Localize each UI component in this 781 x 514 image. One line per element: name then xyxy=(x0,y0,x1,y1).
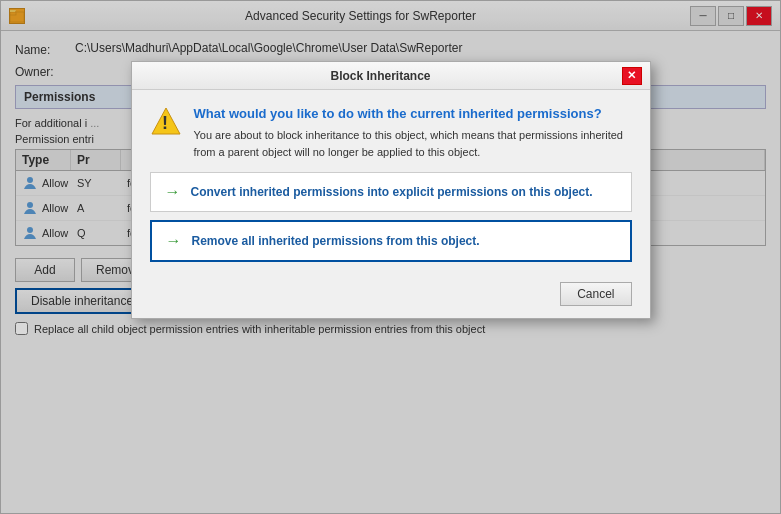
remove-option-text: Remove all inherited permissions from th… xyxy=(192,234,480,248)
remove-arrow-icon: → xyxy=(166,232,182,250)
warning-icon: ! xyxy=(150,106,182,141)
main-window: Advanced Security Settings for SwReporte… xyxy=(0,0,781,514)
modal-overlay: Block Inheritance ✕ ! What would you lik… xyxy=(1,1,780,513)
modal-title: Block Inheritance xyxy=(140,69,622,83)
modal-question-content: What would you like to do with the curre… xyxy=(194,106,632,160)
svg-text:!: ! xyxy=(162,113,168,133)
modal-description: You are about to block inheritance to th… xyxy=(194,127,632,160)
modal-question-row: ! What would you like to do with the cur… xyxy=(150,106,632,160)
convert-option[interactable]: → Convert inherited permissions into exp… xyxy=(150,172,632,212)
modal-title-bar: Block Inheritance ✕ xyxy=(132,62,650,90)
modal-bottom: Cancel xyxy=(132,274,650,318)
block-inheritance-modal: Block Inheritance ✕ ! What would you lik… xyxy=(131,61,651,319)
modal-options: → Convert inherited permissions into exp… xyxy=(150,172,632,262)
modal-question-text: What would you like to do with the curre… xyxy=(194,106,632,121)
modal-close-button[interactable]: ✕ xyxy=(622,67,642,85)
convert-arrow-icon: → xyxy=(165,183,181,201)
modal-body: ! What would you like to do with the cur… xyxy=(132,90,650,274)
remove-option[interactable]: → Remove all inherited permissions from … xyxy=(150,220,632,262)
convert-option-text: Convert inherited permissions into expli… xyxy=(191,185,593,199)
cancel-button[interactable]: Cancel xyxy=(560,282,631,306)
